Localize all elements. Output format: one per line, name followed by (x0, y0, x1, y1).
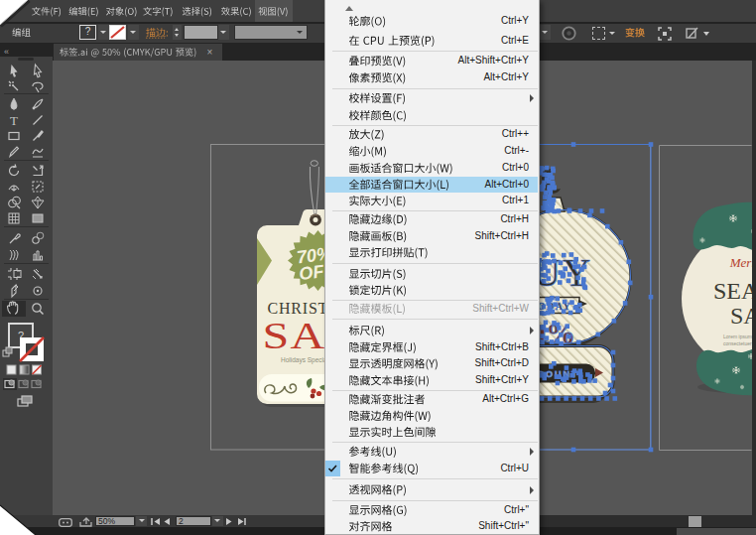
svg-text:SEASON: SEASON (713, 278, 756, 304)
svg-text:T: T (10, 113, 18, 128)
